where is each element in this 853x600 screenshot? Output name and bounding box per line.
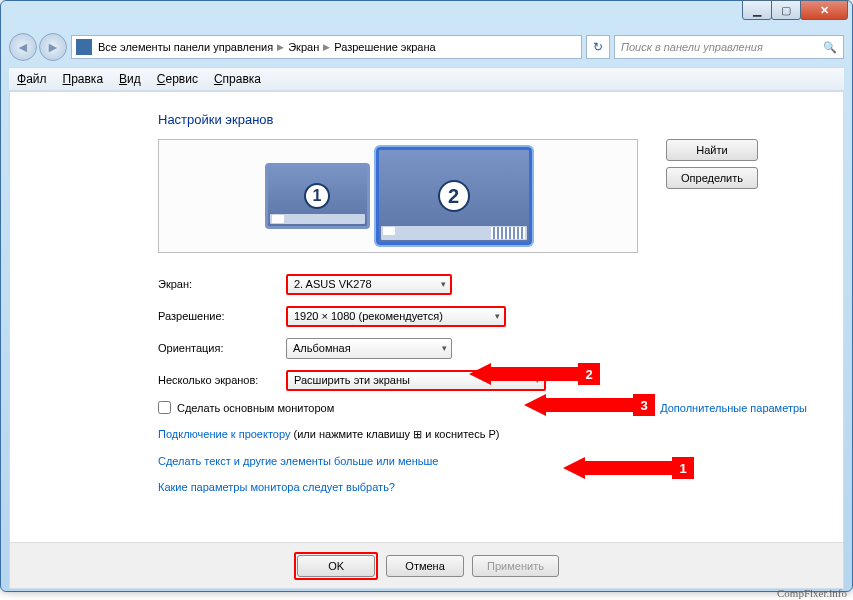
menu-help[interactable]: Справка bbox=[214, 72, 261, 86]
close-button[interactable]: ✕ bbox=[800, 0, 848, 20]
taskbar-icon bbox=[381, 226, 527, 240]
monitors-preview[interactable]: 1 2 bbox=[158, 139, 638, 253]
screen-label: Экран: bbox=[158, 278, 286, 290]
page-title: Настройки экранов bbox=[158, 112, 807, 127]
projector-link[interactable]: Подключение к проектору (или нажмите кла… bbox=[158, 428, 807, 441]
nav-buttons: ◄ ► bbox=[9, 33, 67, 61]
search-icon: 🔍 bbox=[823, 41, 837, 54]
search-placeholder: Поиск в панели управления bbox=[621, 41, 763, 53]
explorer-window: ▁ ▢ ✕ ◄ ► Все элементы панели управления… bbox=[0, 0, 853, 592]
callout-arrow-2: 2 bbox=[469, 363, 600, 385]
breadcrumb-item[interactable]: Разрешение экрана bbox=[334, 41, 435, 53]
back-button[interactable]: ◄ bbox=[9, 33, 37, 61]
apply-button[interactable]: Применить bbox=[472, 555, 559, 577]
callout-arrow-1: 1 bbox=[563, 457, 694, 479]
window-buttons: ▁ ▢ ✕ bbox=[743, 0, 848, 20]
menu-edit[interactable]: Правка bbox=[63, 72, 104, 86]
address-bar: ◄ ► Все элементы панели управления ▶ Экр… bbox=[9, 31, 844, 63]
cancel-button[interactable]: Отмена bbox=[386, 555, 464, 577]
textsize-link[interactable]: Сделать текст и другие элементы больше и… bbox=[158, 455, 807, 467]
callout-arrow-3: 3 bbox=[524, 394, 655, 416]
resolution-label: Разрешение: bbox=[158, 310, 286, 322]
menu-file[interactable]: Файл bbox=[17, 72, 47, 86]
menubar: Файл Правка Вид Сервис Справка bbox=[9, 67, 844, 91]
monitor-1[interactable]: 1 bbox=[265, 163, 370, 229]
minimize-button[interactable]: ▁ bbox=[742, 0, 772, 20]
forward-button[interactable]: ► bbox=[39, 33, 67, 61]
menu-tools[interactable]: Сервис bbox=[157, 72, 198, 86]
chevron-right-icon: ▶ bbox=[323, 42, 330, 52]
ok-button[interactable]: OK bbox=[297, 555, 375, 577]
refresh-button[interactable]: ↻ bbox=[586, 35, 610, 59]
which-settings-link[interactable]: Какие параметры монитора следует выбрать… bbox=[158, 481, 807, 493]
orientation-select[interactable]: Альбомная bbox=[286, 338, 452, 359]
content-area: Настройки экранов 1 2 Найти Определить bbox=[9, 91, 844, 589]
multiple-label: Несколько экранов: bbox=[158, 374, 286, 386]
ok-highlight: OK bbox=[294, 552, 378, 580]
maximize-button[interactable]: ▢ bbox=[771, 0, 801, 20]
monitor-number: 2 bbox=[438, 180, 470, 212]
monitor-2-selected[interactable]: 2 bbox=[376, 147, 532, 245]
control-panel-icon bbox=[76, 39, 92, 55]
search-input[interactable]: Поиск в панели управления 🔍 bbox=[614, 35, 844, 59]
menu-view[interactable]: Вид bbox=[119, 72, 141, 86]
breadcrumb-item[interactable]: Экран bbox=[288, 41, 319, 53]
taskbar-icon bbox=[270, 214, 365, 224]
monitor-number: 1 bbox=[304, 183, 330, 209]
breadcrumb[interactable]: Все элементы панели управления ▶ Экран ▶… bbox=[71, 35, 582, 59]
make-main-label: Сделать основным монитором bbox=[177, 402, 334, 414]
advanced-settings-link[interactable]: Дополнительные параметры bbox=[660, 402, 807, 414]
find-button[interactable]: Найти bbox=[666, 139, 758, 161]
screen-select[interactable]: 2. ASUS VK278 bbox=[286, 274, 452, 295]
identify-button[interactable]: Определить bbox=[666, 167, 758, 189]
titlebar: ▁ ▢ ✕ bbox=[1, 1, 852, 31]
dialog-footer: OK Отмена Применить bbox=[10, 542, 843, 588]
chevron-right-icon: ▶ bbox=[277, 42, 284, 52]
make-main-checkbox[interactable] bbox=[158, 401, 171, 414]
orientation-label: Ориентация: bbox=[158, 342, 286, 354]
windows-key-icon: ⊞ bbox=[413, 428, 422, 440]
breadcrumb-item[interactable]: Все элементы панели управления bbox=[98, 41, 273, 53]
watermark: CompFixer.info bbox=[777, 587, 847, 599]
resolution-select[interactable]: 1920 × 1080 (рекомендуется) bbox=[286, 306, 506, 327]
